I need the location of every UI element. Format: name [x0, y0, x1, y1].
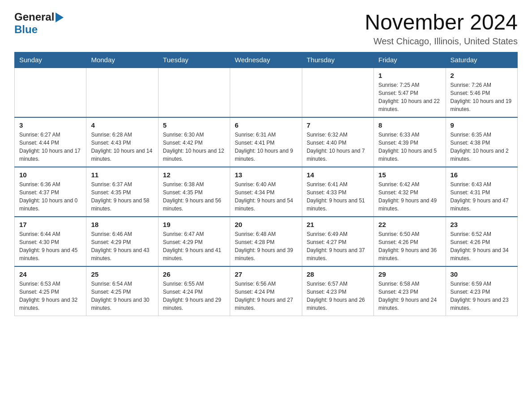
day-info: Sunrise: 6:36 AMSunset: 4:37 PMDaylight:… [19, 180, 82, 213]
day-number: 18 [91, 221, 153, 228]
day-number: 11 [91, 171, 153, 179]
day-info: Sunrise: 6:38 AMSunset: 4:35 PMDaylight:… [163, 180, 225, 213]
header-row: SundayMondayTuesdayWednesdayThursdayFrid… [15, 52, 518, 68]
day-info: Sunrise: 6:49 AMSunset: 4:27 PMDaylight:… [307, 230, 369, 262]
day-info: Sunrise: 6:57 AMSunset: 4:23 PMDaylight:… [307, 280, 369, 312]
day-info: Sunrise: 7:25 AMSunset: 5:47 PMDaylight:… [378, 81, 441, 113]
day-number: 30 [450, 270, 513, 278]
day-number: 2 [450, 72, 513, 79]
calendar-cell: 18Sunrise: 6:46 AMSunset: 4:29 PMDayligh… [86, 217, 158, 266]
day-number: 4 [91, 121, 153, 129]
day-info: Sunrise: 6:46 AMSunset: 4:29 PMDaylight:… [91, 230, 153, 262]
calendar-cell: 22Sunrise: 6:50 AMSunset: 4:26 PMDayligh… [374, 217, 446, 266]
calendar-cell: 16Sunrise: 6:43 AMSunset: 4:31 PMDayligh… [446, 167, 517, 217]
calendar-cell: 12Sunrise: 6:38 AMSunset: 4:35 PMDayligh… [158, 167, 230, 217]
day-info: Sunrise: 6:40 AMSunset: 4:34 PMDaylight:… [235, 180, 297, 213]
calendar-cell: 14Sunrise: 6:41 AMSunset: 4:33 PMDayligh… [302, 167, 373, 217]
calendar-cell: 28Sunrise: 6:57 AMSunset: 4:23 PMDayligh… [302, 266, 373, 316]
calendar-cell: 26Sunrise: 6:55 AMSunset: 4:24 PMDayligh… [158, 266, 230, 316]
calendar-cell: 21Sunrise: 6:49 AMSunset: 4:27 PMDayligh… [302, 217, 373, 266]
week-row-4: 17Sunrise: 6:44 AMSunset: 4:30 PMDayligh… [15, 217, 518, 266]
day-number: 7 [307, 121, 369, 129]
day-info: Sunrise: 6:53 AMSunset: 4:25 PMDaylight:… [19, 280, 82, 312]
day-number: 16 [450, 171, 513, 179]
day-info: Sunrise: 6:35 AMSunset: 4:38 PMDaylight:… [450, 131, 513, 163]
calendar-cell: 15Sunrise: 6:42 AMSunset: 4:32 PMDayligh… [374, 167, 446, 217]
day-info: Sunrise: 6:33 AMSunset: 4:39 PMDaylight:… [378, 131, 441, 163]
day-info: Sunrise: 6:52 AMSunset: 4:26 PMDaylight:… [450, 230, 513, 262]
week-row-3: 10Sunrise: 6:36 AMSunset: 4:37 PMDayligh… [15, 167, 518, 217]
day-info: Sunrise: 6:31 AMSunset: 4:41 PMDaylight:… [235, 131, 297, 163]
calendar-cell [158, 68, 230, 117]
day-info: Sunrise: 6:50 AMSunset: 4:26 PMDaylight:… [378, 230, 441, 262]
day-number: 28 [307, 270, 369, 278]
calendar-cell [230, 68, 302, 117]
calendar-cell: 27Sunrise: 6:56 AMSunset: 4:24 PMDayligh… [230, 266, 302, 316]
day-number: 17 [19, 221, 82, 228]
calendar-title: November 2024 [365, 11, 518, 34]
svg-marker-0 [56, 13, 64, 22]
day-info: Sunrise: 6:47 AMSunset: 4:29 PMDaylight:… [163, 230, 225, 262]
day-info: Sunrise: 6:48 AMSunset: 4:28 PMDaylight:… [235, 230, 297, 262]
day-info: Sunrise: 6:44 AMSunset: 4:30 PMDaylight:… [19, 230, 82, 262]
calendar-cell: 20Sunrise: 6:48 AMSunset: 4:28 PMDayligh… [230, 217, 302, 266]
day-number: 15 [378, 171, 441, 179]
header-friday: Friday [374, 52, 446, 68]
day-number: 22 [378, 221, 441, 228]
week-row-2: 3Sunrise: 6:27 AMSunset: 4:44 PMDaylight… [15, 117, 518, 167]
day-number: 10 [19, 171, 82, 179]
week-row-5: 24Sunrise: 6:53 AMSunset: 4:25 PMDayligh… [15, 266, 518, 316]
calendar-subtitle: West Chicago, Illinois, United States [365, 36, 518, 47]
calendar-cell [302, 68, 373, 117]
day-info: Sunrise: 6:55 AMSunset: 4:24 PMDaylight:… [163, 280, 225, 312]
day-number: 13 [235, 171, 297, 179]
day-number: 29 [378, 270, 441, 278]
calendar-cell: 11Sunrise: 6:37 AMSunset: 4:35 PMDayligh… [86, 167, 158, 217]
day-number: 6 [235, 121, 297, 129]
day-number: 1 [378, 72, 441, 79]
calendar-cell: 25Sunrise: 6:54 AMSunset: 4:25 PMDayligh… [86, 266, 158, 316]
calendar-cell: 4Sunrise: 6:28 AMSunset: 4:43 PMDaylight… [86, 117, 158, 167]
calendar-cell: 6Sunrise: 6:31 AMSunset: 4:41 PMDaylight… [230, 117, 302, 167]
week-row-1: 1Sunrise: 7:25 AMSunset: 5:47 PMDaylight… [15, 68, 518, 117]
calendar-cell: 24Sunrise: 6:53 AMSunset: 4:25 PMDayligh… [15, 266, 86, 316]
day-info: Sunrise: 6:42 AMSunset: 4:32 PMDaylight:… [378, 180, 441, 213]
day-info: Sunrise: 6:43 AMSunset: 4:31 PMDaylight:… [450, 180, 513, 213]
calendar-cell: 17Sunrise: 6:44 AMSunset: 4:30 PMDayligh… [15, 217, 86, 266]
header-thursday: Thursday [302, 52, 373, 68]
day-number: 9 [450, 121, 513, 129]
day-number: 3 [19, 121, 82, 129]
title-block: November 2024 West Chicago, Illinois, Un… [365, 11, 518, 47]
calendar-cell: 9Sunrise: 6:35 AMSunset: 4:38 PMDaylight… [446, 117, 517, 167]
calendar-cell: 8Sunrise: 6:33 AMSunset: 4:39 PMDaylight… [374, 117, 446, 167]
calendar-cell: 13Sunrise: 6:40 AMSunset: 4:34 PMDayligh… [230, 167, 302, 217]
page-header: General Blue November 2024 West Chicago,… [14, 11, 518, 47]
calendar-cell: 29Sunrise: 6:58 AMSunset: 4:23 PMDayligh… [374, 266, 446, 316]
day-info: Sunrise: 6:32 AMSunset: 4:40 PMDaylight:… [307, 131, 369, 163]
day-number: 24 [19, 270, 82, 278]
day-info: Sunrise: 6:58 AMSunset: 4:23 PMDaylight:… [378, 280, 441, 312]
calendar-cell: 1Sunrise: 7:25 AMSunset: 5:47 PMDaylight… [374, 68, 446, 117]
calendar-cell: 30Sunrise: 6:59 AMSunset: 4:23 PMDayligh… [446, 266, 517, 316]
calendar-cell: 2Sunrise: 7:26 AMSunset: 5:46 PMDaylight… [446, 68, 517, 117]
header-wednesday: Wednesday [230, 52, 302, 68]
day-info: Sunrise: 6:56 AMSunset: 4:24 PMDaylight:… [235, 280, 297, 312]
day-number: 19 [163, 221, 225, 228]
day-number: 26 [163, 270, 225, 278]
logo-general-text: General [14, 11, 54, 23]
day-info: Sunrise: 6:37 AMSunset: 4:35 PMDaylight:… [91, 180, 153, 213]
calendar-cell: 5Sunrise: 6:30 AMSunset: 4:42 PMDaylight… [158, 117, 230, 167]
day-info: Sunrise: 6:30 AMSunset: 4:42 PMDaylight:… [163, 131, 225, 163]
header-tuesday: Tuesday [158, 52, 230, 68]
calendar-cell: 23Sunrise: 6:52 AMSunset: 4:26 PMDayligh… [446, 217, 517, 266]
day-number: 14 [307, 171, 369, 179]
day-info: Sunrise: 6:41 AMSunset: 4:33 PMDaylight:… [307, 180, 369, 213]
day-number: 20 [235, 221, 297, 228]
logo-blue-text: Blue [14, 23, 38, 35]
header-monday: Monday [86, 52, 158, 68]
day-info: Sunrise: 6:27 AMSunset: 4:44 PMDaylight:… [19, 131, 82, 163]
calendar-cell [15, 68, 86, 117]
calendar-cell: 19Sunrise: 6:47 AMSunset: 4:29 PMDayligh… [158, 217, 230, 266]
calendar-cell [86, 68, 158, 117]
calendar-cell: 3Sunrise: 6:27 AMSunset: 4:44 PMDaylight… [15, 117, 86, 167]
